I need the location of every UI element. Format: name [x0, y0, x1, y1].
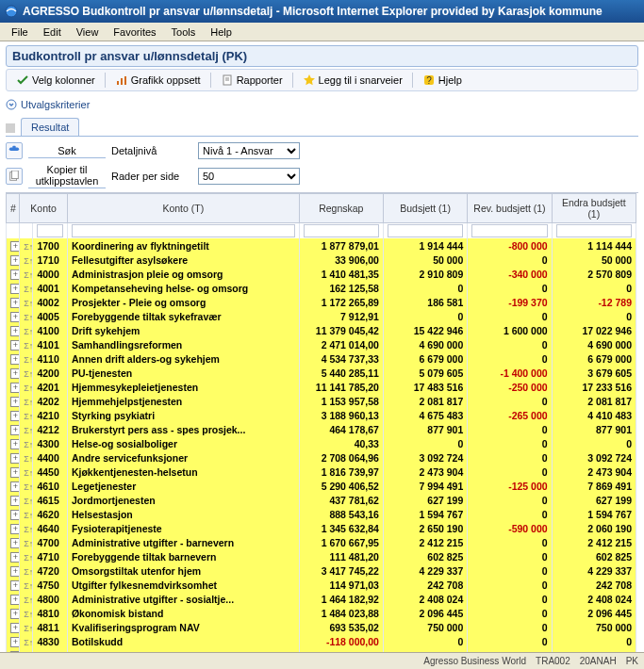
- expand-icon[interactable]: +: [10, 298, 20, 308]
- cell-konto: 4200: [33, 366, 68, 380]
- table-row[interactable]: +Σ↑4720Omsorgstiltak utenfor hjem3 417 7…: [7, 563, 636, 578]
- rader-select[interactable]: 50: [198, 168, 300, 185]
- expand-icon[interactable]: +: [10, 524, 20, 534]
- expand-icon[interactable]: +: [10, 453, 20, 464]
- expand-icon[interactable]: +: [10, 354, 20, 365]
- table-row[interactable]: +Σ↑4100Drift sykehjem11 379 045,4215 422…: [7, 323, 636, 337]
- legg-til-snarveier-button[interactable]: Legg til i snarveier: [297, 72, 408, 89]
- table-row[interactable]: +Σ↑4810Økonomisk bistand1 484 023,882 09…: [7, 606, 636, 620]
- expand-icon[interactable]: +: [10, 340, 20, 351]
- expand-icon[interactable]: +: [10, 269, 20, 280]
- hjelp-button[interactable]: ? Hjelp: [417, 72, 468, 89]
- rapporter-button[interactable]: Rapporter: [215, 72, 289, 89]
- table-row[interactable]: +Σ↑4700Administrative utgifter - barneve…: [7, 535, 636, 549]
- table-row[interactable]: +Σ↑4001Kompetanseheving helse- og omsorg…: [7, 281, 636, 295]
- col-endra-budsjett[interactable]: Endra budsjett (1): [552, 194, 636, 223]
- expand-icon[interactable]: +: [10, 496, 20, 506]
- filter-endra[interactable]: [556, 224, 632, 237]
- table-row[interactable]: +Σ↑4710Forebyggende tiltak barnevern111 …: [7, 549, 636, 563]
- expand-icon[interactable]: +: [10, 397, 20, 407]
- table-row[interactable]: +Σ↑4200PU-tjenesten5 440 285,115 079 605…: [7, 366, 636, 380]
- table-row[interactable]: +Σ↑4800Administrative utgifter - sosialt…: [7, 592, 636, 606]
- filter-konto[interactable]: [37, 224, 63, 237]
- expand-icon[interactable]: +: [10, 383, 20, 393]
- table-row[interactable]: +Σ↑4811Kvalifiseringsprogram NAV693 535,…: [7, 620, 636, 634]
- expand-icon[interactable]: +: [10, 439, 20, 449]
- table-row[interactable]: +Σ↑4101Samhandlingsreformen2 471 014,004…: [7, 337, 636, 351]
- expand-icon[interactable]: +: [10, 552, 20, 563]
- table-row[interactable]: +Σ↑4005Forebyggende tiltak sykefravær7 9…: [7, 309, 636, 323]
- expand-icon[interactable]: +: [10, 467, 20, 478]
- detaljniva-select[interactable]: Nivå 1 - Ansvar: [198, 142, 300, 159]
- table-row[interactable]: +Σ↑4640Fysioterapitjeneste1 345 632,842 …: [7, 521, 636, 535]
- expand-icon[interactable]: +: [10, 241, 20, 252]
- expand-icon[interactable]: +: [10, 637, 20, 647]
- expand-icon[interactable]: +: [10, 284, 20, 294]
- expand-icon[interactable]: +: [10, 312, 20, 322]
- menu-favorites[interactable]: Favorites: [106, 24, 163, 40]
- table-row[interactable]: +Σ↑1710Fellesutgifter asylsøkere33 906,0…: [7, 253, 636, 267]
- expand-icon[interactable]: +: [10, 609, 20, 619]
- cell-endra: 6 679 000: [552, 351, 636, 366]
- tab-resultat[interactable]: Resultat: [21, 118, 79, 136]
- sigma-icon: Σ↑: [24, 525, 33, 534]
- expand-icon[interactable]: +: [10, 510, 20, 520]
- cell-endra: 4 229 337: [552, 563, 636, 578]
- table-row[interactable]: +Σ↑4610Legetjenester5 290 406,527 994 49…: [7, 479, 636, 493]
- table-row[interactable]: +Σ↑4002Prosjekter - Pleie og omsorg1 172…: [7, 295, 636, 309]
- sok-button[interactable]: Søk: [28, 144, 106, 158]
- expand-icon[interactable]: +: [10, 255, 20, 266]
- col-konto[interactable]: Konto: [20, 194, 68, 223]
- table-row[interactable]: +Σ↑4000Administrasjon pleie og omsorg1 4…: [7, 267, 636, 281]
- table-row[interactable]: +Σ↑4201Hjemmesykepleietjenesten11 141 78…: [7, 380, 636, 394]
- col-regnskap[interactable]: Regnskap: [299, 194, 383, 223]
- velg-kolonner-button[interactable]: Velg kolonner: [10, 72, 101, 89]
- svg-rect-2: [121, 78, 123, 85]
- table-row[interactable]: +Σ↑4830Botilskudd-118 000,00000: [7, 634, 636, 648]
- table-row[interactable]: +Σ↑4615Jordmortjenesten437 781,62627 199…: [7, 493, 636, 507]
- expand-icon[interactable]: +: [10, 623, 20, 633]
- utvalgskriterier-section[interactable]: Utvalgskriterier: [6, 99, 638, 110]
- table-row[interactable]: +Σ↑4110Annen drift alders-og sykehjem4 5…: [7, 351, 636, 366]
- table-row[interactable]: +Σ↑4300Helse-og sosialboliger40,33000: [7, 436, 636, 450]
- col-hash[interactable]: #: [7, 194, 20, 223]
- expand-icon[interactable]: +: [10, 538, 20, 548]
- cell-konto: 4710: [33, 549, 68, 563]
- search-button[interactable]: [6, 142, 23, 159]
- table-row[interactable]: +Σ↑4212Brukerstyrt pers ass - spes prosj…: [7, 422, 636, 436]
- expand-icon[interactable]: +: [10, 566, 20, 577]
- expand-icon[interactable]: +: [10, 411, 20, 421]
- menu-view[interactable]: View: [69, 24, 107, 40]
- cell-konto: 4005: [33, 309, 68, 323]
- table-row[interactable]: +Σ↑4210Styrking psykiatri3 188 960,134 6…: [7, 408, 636, 422]
- menu-tools[interactable]: Tools: [164, 24, 204, 40]
- col-rev-budsjett[interactable]: Rev. budsjett (1): [468, 194, 552, 223]
- kopier-link[interactable]: Kopier til utklippstavlen: [28, 163, 106, 188]
- expand-icon[interactable]: +: [10, 580, 20, 591]
- menu-edit[interactable]: Edit: [36, 24, 69, 40]
- table-row[interactable]: +Σ↑1700Koordinering av flyktningetilt1 8…: [7, 238, 636, 253]
- expand-icon[interactable]: +: [10, 425, 20, 435]
- legg-til-snarveier-label: Legg til i snarveier: [319, 74, 403, 86]
- filter-konto-t[interactable]: [72, 224, 295, 237]
- table-row[interactable]: +Σ↑4750Utgifter fylkesnemdvirksomhet114 …: [7, 578, 636, 592]
- expand-icon[interactable]: +: [10, 595, 20, 605]
- grafikk-oppsett-button[interactable]: Grafikk oppsett: [109, 72, 206, 89]
- cell-endra: 0: [552, 634, 636, 648]
- col-konto-t[interactable]: Konto (T): [67, 194, 299, 223]
- table-row[interactable]: +Σ↑4202Hjemmehjelpstjenesten1 153 957,58…: [7, 394, 636, 408]
- table-row[interactable]: +Σ↑4620Helsestasjon888 543,161 594 76701…: [7, 507, 636, 521]
- table-row[interactable]: +Σ↑4400Andre servicefunksjoner2 708 064,…: [7, 450, 636, 465]
- menu-help[interactable]: Help: [203, 24, 239, 40]
- table-row[interactable]: +Σ↑4450Kjøkkentjenesten-helsetun1 816 73…: [7, 465, 636, 479]
- filter-budsjett[interactable]: [388, 224, 463, 237]
- expand-icon[interactable]: +: [10, 368, 20, 379]
- kopier-button[interactable]: [6, 168, 23, 185]
- filter-rev[interactable]: [471, 224, 547, 237]
- expand-icon[interactable]: +: [10, 326, 20, 336]
- col-budsjett[interactable]: Budsjett (1): [383, 194, 467, 223]
- expand-icon[interactable]: +: [10, 481, 20, 492]
- menu-file[interactable]: File: [4, 24, 36, 40]
- collapse-arrow-icon[interactable]: [6, 99, 17, 110]
- filter-regnskap[interactable]: [304, 224, 379, 237]
